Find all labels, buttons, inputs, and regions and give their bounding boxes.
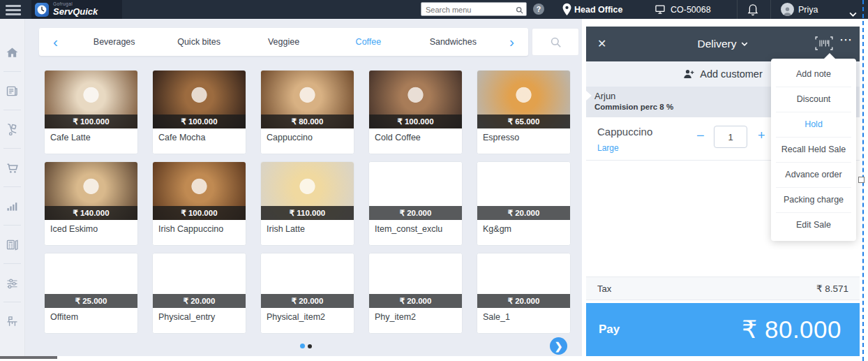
selection-handle	[858, 177, 865, 183]
product-name: Iced Eskimo	[45, 220, 137, 245]
more-options-icon[interactable]: ⋯	[839, 32, 853, 47]
search-icon[interactable]	[515, 5, 524, 17]
sidebar-item-register[interactable]	[0, 226, 24, 263]
product-card[interactable]: ₹ 20.000Item_const_exclu	[368, 161, 463, 246]
price-band: ₹ 20.000	[477, 294, 570, 308]
sidebar-item-dine-table[interactable]	[0, 302, 24, 340]
product-card[interactable]: ₹ 80.000Cappuccino	[260, 70, 354, 154]
product-card[interactable]: ₹ 100.000Cafe Mocha	[152, 70, 246, 154]
hamburger-menu-icon[interactable]	[6, 5, 21, 17]
menu-item-recall-held-sale[interactable]: Recall Held Sale	[771, 138, 856, 162]
next-page-button[interactable]: ❯	[550, 337, 567, 355]
barcode-scan-icon[interactable]	[815, 36, 833, 53]
user-name[interactable]: Priya	[798, 5, 818, 15]
panel-notch	[586, 91, 592, 101]
dine-table-icon	[5, 314, 20, 329]
menu-item-packing-charge[interactable]: Packing charge	[771, 188, 856, 212]
price-band: ₹ 100.000	[153, 115, 246, 128]
bottom-scrollbar[interactable]	[0, 356, 57, 359]
product-name: Sale_1	[477, 308, 570, 333]
pay-button[interactable]: Pay ₹ 80.000	[586, 303, 860, 356]
pagination-dot[interactable]	[308, 344, 312, 348]
product-name: Irish Latte	[261, 220, 354, 245]
user-avatar[interactable]	[781, 3, 794, 16]
servquick-logo-icon	[35, 3, 49, 17]
category-tab-beverages[interactable]: Beverages	[72, 37, 156, 47]
pagination-dots	[300, 344, 312, 348]
menu-item-advance-order[interactable]: Advance order	[771, 163, 856, 187]
product-name: Cafe Mocha	[153, 128, 246, 154]
sidebar-item-stock[interactable]	[0, 110, 24, 148]
chevron-down-icon[interactable]	[849, 7, 857, 20]
product-photo: ₹ 80.000	[261, 71, 354, 128]
product-photo: ₹ 100.000	[153, 162, 246, 220]
product-card[interactable]: ₹ 20.000Physical_entry	[152, 253, 246, 334]
price-band: ₹ 20.000	[261, 294, 354, 308]
product-card[interactable]: ₹ 100.000Irish Cappuccino	[152, 161, 246, 246]
product-card[interactable]: ₹ 20.000Kg&gm	[477, 161, 571, 246]
category-scroll-right-icon[interactable]: ›	[495, 29, 528, 55]
product-card[interactable]: ₹ 100.000Cold Coffee	[368, 70, 463, 154]
quantity-increase-button[interactable]: +	[758, 128, 765, 143]
product-card[interactable]: ₹ 20.000Phy_item2	[368, 253, 463, 334]
category-scroll-left-icon[interactable]: ‹	[39, 29, 72, 55]
menu-item-discount[interactable]: Discount	[771, 87, 856, 112]
notifications-bell-icon[interactable]	[747, 3, 758, 19]
context-menu: Add noteDiscountHoldRecall Held SaleAdva…	[771, 59, 856, 241]
pagination-dot-active[interactable]	[300, 344, 305, 348]
product-name: Espresso	[477, 128, 570, 154]
help-icon[interactable]: ?	[533, 3, 544, 15]
product-card[interactable]: ₹ 65.000Espresso	[477, 70, 571, 154]
sidebar-item-home[interactable]	[0, 34, 24, 71]
category-tab-quick-bites[interactable]: Quick bites	[156, 37, 241, 47]
reports-icon	[5, 199, 20, 214]
terminal-id[interactable]: CO-50068	[671, 5, 711, 15]
category-tab-coffee[interactable]: Coffee	[326, 37, 410, 47]
order-mode-dropdown[interactable]: Delivery	[698, 38, 749, 50]
cart-item-variant[interactable]: Large	[597, 143, 619, 153]
divider	[737, 0, 738, 19]
tax-value: ₹ 8.571	[816, 283, 848, 294]
product-name: Irish Cappuccino	[153, 220, 246, 245]
price-band: ₹ 20.000	[153, 294, 246, 308]
product-search-button[interactable]	[532, 28, 579, 56]
price-band: ₹ 80.000	[261, 115, 354, 128]
product-card[interactable]: ₹ 20.000Physical_item2	[260, 253, 354, 334]
sidebar-item-orders[interactable]	[0, 72, 24, 110]
product-name: Physical_entry	[153, 308, 246, 333]
terminal-icon	[654, 3, 666, 18]
product-name: Cold Coffee	[369, 128, 462, 154]
close-icon[interactable]: ✕	[597, 37, 606, 50]
product-name: Physical_item2	[261, 308, 354, 333]
top-bar: Gofrugal ServQuick ? Head Office CO-5006…	[0, 0, 868, 19]
pay-amount: ₹ 80.000	[742, 316, 841, 344]
product-card[interactable]: ₹ 100.000Cafe Latte	[44, 70, 138, 154]
product-card[interactable]: ₹ 110.000Irish Latte	[260, 161, 354, 246]
product-photo: ₹ 140.000	[45, 162, 137, 220]
sidebar-item-reports[interactable]	[0, 187, 24, 225]
product-card[interactable]: ₹ 140.000Iced Eskimo	[44, 161, 138, 246]
product-name: Offitem	[45, 308, 137, 333]
category-tab-veggiee[interactable]: Veggiee	[241, 37, 326, 47]
price-band: ₹ 110.000	[261, 206, 354, 220]
home-icon	[5, 45, 20, 60]
sidebar-item-cart[interactable]	[0, 149, 24, 186]
cart-header: ✕ Delivery ⋯	[586, 27, 860, 61]
product-photo-placeholder: ₹ 20.000	[477, 162, 570, 220]
quantity-decrease-button[interactable]: −	[696, 128, 705, 144]
menu-search-input[interactable]	[421, 3, 526, 16]
category-tab-sandwiches[interactable]: Sandwiches	[411, 37, 495, 47]
quantity-input[interactable]	[714, 126, 747, 148]
orders-icon	[5, 84, 20, 98]
product-photo: ₹ 100.000	[45, 71, 137, 128]
sidebar-item-settings[interactable]	[0, 264, 24, 302]
menu-item-edit-sale[interactable]: Edit Sale	[771, 213, 856, 237]
category-tabs-bar: ‹ BeveragesQuick bitesVeggieeCoffeeSandw…	[39, 28, 528, 56]
product-card[interactable]: ₹ 20.000Sale_1	[477, 253, 571, 334]
menu-item-add-note[interactable]: Add note	[771, 62, 856, 87]
store-location[interactable]: Head Office	[574, 5, 622, 15]
menu-item-hold[interactable]: Hold	[771, 112, 856, 137]
product-name: Phy_item2	[369, 308, 462, 333]
product-card[interactable]: ₹ 25.000Offitem	[44, 253, 138, 334]
product-photo: ₹ 65.000	[477, 71, 570, 128]
